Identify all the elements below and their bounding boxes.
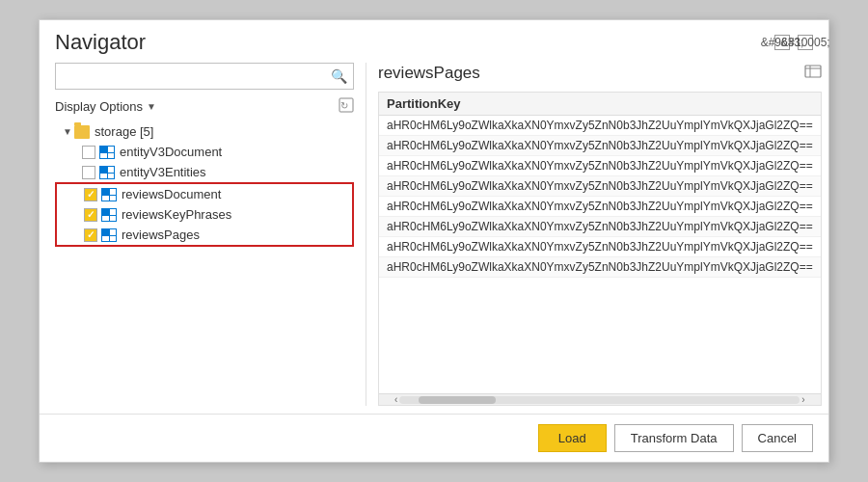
table-icon-reviewsPages bbox=[101, 228, 117, 242]
table-icon-entityV3Entities bbox=[99, 166, 115, 179]
search-box[interactable]: 🔍 bbox=[55, 63, 354, 90]
data-rows[interactable]: aHR0cHM6Ly9oZWlkaXkaXN0YmxvZy5ZnN0b3JhZ2… bbox=[379, 116, 821, 393]
selected-items-group: ✓ reviewsDocument bbox=[55, 182, 354, 247]
chevron-down-icon: ▼ bbox=[147, 101, 156, 112]
root-label: storage [5] bbox=[95, 124, 153, 139]
cancel-button[interactable]: Cancel bbox=[742, 424, 813, 452]
data-row: aHR0cHM6Ly9oZWlkaXkaXN0YmxvZy5ZnN0b3JhZ2… bbox=[379, 116, 821, 136]
item-label-reviewsPages: reviewsPages bbox=[122, 228, 200, 242]
item-label-entityV3Entities: entityV3Entities bbox=[120, 165, 206, 179]
close-button[interactable]: &#10005; bbox=[798, 35, 813, 50]
scroll-track[interactable] bbox=[399, 396, 800, 404]
display-options-row: Display Options ▼ ↻ bbox=[55, 97, 354, 116]
data-row: aHR0cHM6Ly9oZWlkaXkaXN0YmxvZy5ZnN0b3JhZ2… bbox=[379, 237, 821, 257]
dialog-body: 🔍 Display Options ▼ ↻ ▼ bbox=[40, 55, 828, 414]
folder-icon bbox=[74, 125, 90, 139]
dialog-footer: Load Transform Data Cancel bbox=[40, 414, 828, 462]
scroll-left-icon[interactable]: ‹ bbox=[393, 394, 399, 405]
horizontal-scrollbar[interactable]: ‹ › bbox=[379, 393, 821, 405]
tree-root-item[interactable]: ▼ storage [5] bbox=[59, 121, 354, 142]
data-row: aHR0cHM6Ly9oZWlkaXkaXN0YmxvZy5ZnN0b3JhZ2… bbox=[379, 197, 821, 217]
item-label-reviewsKeyPhrases: reviewsKeyPhrases bbox=[122, 207, 231, 222]
tree-item-reviewsPages[interactable]: ✓ reviewsPages bbox=[80, 225, 352, 245]
column-header: PartitionKey bbox=[379, 93, 821, 116]
item-label-reviewsDocument: reviewsDocument bbox=[122, 187, 221, 201]
checkbox-reviewsPages[interactable]: ✓ bbox=[84, 228, 97, 242]
load-button[interactable]: Load bbox=[538, 424, 607, 452]
data-table: PartitionKey aHR0cHM6Ly9oZWlkaXkaXN0Ymxv… bbox=[378, 92, 822, 406]
window-controls: &#9633; &#10005; bbox=[774, 35, 813, 50]
expand-arrow-icon: ▼ bbox=[63, 126, 74, 137]
data-row: aHR0cHM6Ly9oZWlkaXkaXN0YmxvZy5ZnN0b3JhZ2… bbox=[379, 217, 821, 237]
scroll-right-icon[interactable]: › bbox=[800, 394, 806, 405]
right-panel-header: reviewsPages bbox=[378, 63, 822, 84]
data-row: aHR0cHM6Ly9oZWlkaXkaXN0YmxvZy5ZnN0b3JhZ2… bbox=[379, 257, 821, 278]
right-panel-title: reviewsPages bbox=[378, 64, 480, 83]
search-icon: 🔍 bbox=[331, 68, 347, 84]
table-icon-reviewsKeyPhrases bbox=[101, 208, 117, 222]
checkbox-entityV3Entities[interactable] bbox=[82, 166, 95, 179]
checkbox-reviewsKeyPhrases[interactable]: ✓ bbox=[84, 208, 97, 222]
search-input[interactable] bbox=[62, 69, 331, 84]
scroll-thumb[interactable] bbox=[419, 396, 496, 404]
title-bar: Navigator &#9633; &#10005; bbox=[40, 20, 828, 55]
tree-item-entityV3Entities[interactable]: entityV3Entities bbox=[78, 162, 354, 182]
preview-icon[interactable] bbox=[804, 63, 822, 84]
dialog-title: Navigator bbox=[55, 30, 146, 55]
display-options-button[interactable]: Display Options ▼ bbox=[55, 99, 156, 114]
table-icon-reviewsDocument bbox=[101, 188, 117, 201]
table-icon-entityV3Document bbox=[99, 146, 115, 159]
data-row: aHR0cHM6Ly9oZWlkaXkaXN0YmxvZy5ZnN0b3JhZ2… bbox=[379, 176, 821, 197]
data-row: aHR0cHM6Ly9oZWlkaXkaXN0YmxvZy5ZnN0b3JhZ2… bbox=[379, 156, 821, 176]
data-row: aHR0cHM6Ly9oZWlkaXkaXN0YmxvZy5ZnN0b3JhZ2… bbox=[379, 136, 821, 156]
tree-item-entityV3Document[interactable]: entityV3Document bbox=[78, 142, 354, 162]
tree-item-reviewsKeyPhrases[interactable]: ✓ reviewsKeyPhrases bbox=[80, 204, 352, 225]
transform-data-button[interactable]: Transform Data bbox=[614, 424, 734, 452]
left-panel: 🔍 Display Options ▼ ↻ ▼ bbox=[55, 63, 354, 406]
display-options-label: Display Options bbox=[55, 99, 143, 114]
right-panel: reviewsPages PartitionKey aHR0cHM6Ly9oZW… bbox=[366, 63, 822, 406]
checkbox-entityV3Document[interactable] bbox=[82, 146, 95, 159]
svg-rect-2 bbox=[805, 66, 821, 77]
svg-text:↻: ↻ bbox=[340, 100, 348, 111]
checkbox-reviewsDocument[interactable]: ✓ bbox=[84, 188, 97, 201]
tree-panel: ▼ storage [5] entityV3 bbox=[55, 121, 354, 406]
refresh-icon[interactable]: ↻ bbox=[339, 97, 354, 116]
navigator-dialog: Navigator &#9633; &#10005; 🔍 Display Opt… bbox=[39, 19, 829, 463]
tree-item-reviewsDocument[interactable]: ✓ reviewsDocument bbox=[80, 184, 352, 204]
item-label-entityV3Document: entityV3Document bbox=[120, 145, 222, 159]
